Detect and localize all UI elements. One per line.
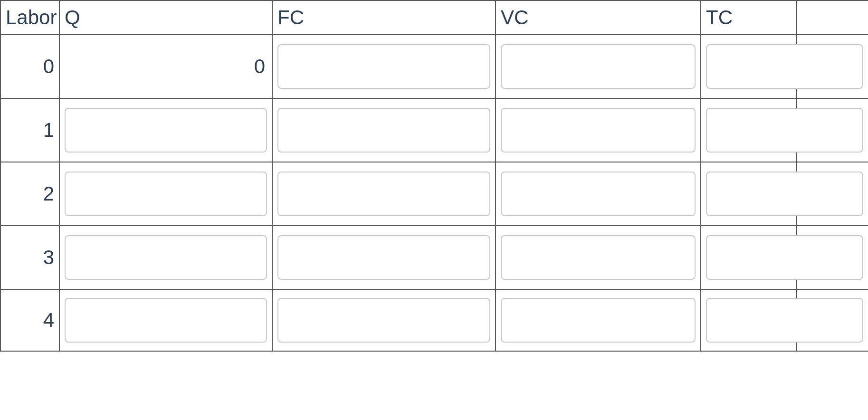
- labor-value: 2: [0, 162, 59, 226]
- q-static-value: 0: [59, 35, 272, 98]
- vc-cell: [496, 162, 701, 226]
- fc-cell: [272, 162, 496, 226]
- fc-cell: [272, 35, 496, 98]
- vc-cell: [496, 226, 701, 289]
- table-row: 1: [0, 98, 868, 162]
- labor-value: 4: [0, 289, 59, 351]
- vc-cell: [496, 35, 701, 98]
- tc-input[interactable]: [706, 235, 863, 280]
- header-vc: VC: [496, 0, 701, 35]
- vc-input[interactable]: [501, 235, 696, 280]
- table-row: 4: [0, 289, 868, 351]
- q-input[interactable]: [65, 235, 267, 280]
- fc-cell: [272, 226, 496, 289]
- tc-cell: [701, 35, 797, 98]
- fc-cell: [272, 289, 496, 351]
- q-input[interactable]: [65, 108, 267, 153]
- fc-input[interactable]: [277, 172, 490, 216]
- q-cell: [59, 98, 272, 162]
- header-extra: [797, 0, 868, 35]
- vc-input[interactable]: [501, 172, 696, 216]
- vc-input[interactable]: [501, 108, 696, 153]
- vc-cell: [496, 289, 701, 351]
- fc-input[interactable]: [277, 44, 490, 89]
- q-input[interactable]: [65, 172, 267, 216]
- cost-table: Labor Q FC VC TC 0 0 1: [0, 0, 868, 352]
- table-header-row: Labor Q FC VC TC: [0, 0, 868, 35]
- header-tc: TC: [701, 0, 797, 35]
- tc-cell: [701, 226, 797, 289]
- fc-input[interactable]: [277, 108, 490, 153]
- header-q: Q: [59, 0, 272, 35]
- tc-input[interactable]: [706, 108, 863, 153]
- labor-value: 3: [0, 226, 59, 289]
- header-labor: Labor: [0, 0, 59, 35]
- tc-input[interactable]: [706, 44, 863, 89]
- table-row: 2: [0, 162, 868, 226]
- table-row: 0 0: [0, 35, 868, 98]
- tc-input[interactable]: [706, 298, 863, 343]
- vc-input[interactable]: [501, 44, 696, 89]
- fc-input[interactable]: [277, 235, 490, 280]
- q-cell: [59, 289, 272, 351]
- header-fc: FC: [272, 0, 496, 35]
- q-cell: [59, 226, 272, 289]
- q-input[interactable]: [65, 298, 267, 343]
- tc-cell: [701, 98, 797, 162]
- fc-input[interactable]: [277, 298, 490, 343]
- q-cell: [59, 162, 272, 226]
- tc-cell: [701, 162, 797, 226]
- tc-cell: [701, 289, 797, 351]
- labor-value: 0: [0, 35, 59, 98]
- vc-cell: [496, 98, 701, 162]
- tc-input[interactable]: [706, 172, 863, 216]
- vc-input[interactable]: [501, 298, 696, 343]
- labor-value: 1: [0, 98, 59, 162]
- table-row: 3: [0, 226, 868, 289]
- fc-cell: [272, 98, 496, 162]
